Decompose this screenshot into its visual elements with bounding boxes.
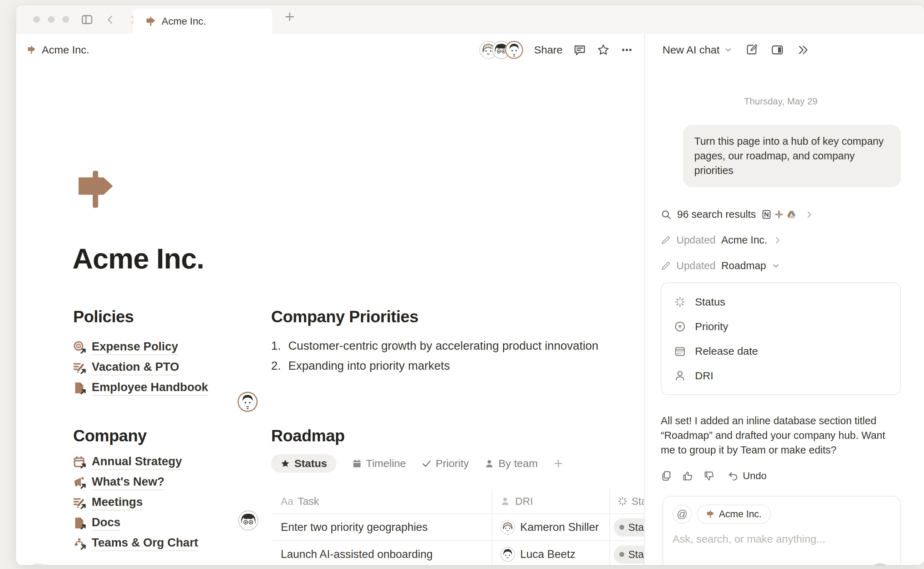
view-label: Timeline — [366, 457, 406, 470]
avatar — [500, 547, 515, 562]
link-teams-org-chart[interactable]: Teams & Org Chart — [73, 533, 273, 554]
priority-icon — [674, 321, 686, 332]
dri-cell[interactable]: Luca Beetz — [520, 548, 575, 561]
table-row[interactable]: Launch AI-assisted onboarding Luca Beetz… — [271, 541, 644, 565]
status-dot-icon — [619, 552, 624, 557]
chevron-right-icon — [773, 236, 782, 245]
link-label: Meetings — [92, 495, 143, 511]
link-annual-strategy[interactable]: Annual Strategy — [73, 452, 273, 472]
close-window-button[interactable] — [33, 16, 40, 23]
status-pill[interactable]: Started — [614, 518, 644, 537]
comments-icon[interactable] — [573, 44, 586, 56]
zoom-window-button[interactable] — [63, 16, 69, 23]
sidebar-toggle-icon[interactable] — [81, 14, 93, 25]
task-cell[interactable]: Enter two priority geographies — [281, 521, 428, 534]
copy-icon[interactable] — [661, 470, 672, 482]
list-pencil-icon — [73, 496, 87, 510]
field-priority[interactable]: Priority — [662, 314, 900, 339]
tab-by-team[interactable]: By team — [485, 457, 538, 470]
ai-chat-body: Thursday, May 29 Turn this page into a h… — [645, 96, 924, 565]
chevron-down-icon — [772, 262, 780, 270]
person-icon — [674, 370, 686, 382]
field-status[interactable]: Status — [662, 289, 900, 314]
new-tab-button[interactable] — [284, 11, 295, 22]
megaphone-icon — [73, 476, 87, 490]
presence-avatar — [238, 510, 259, 531]
mention-button[interactable]: @ — [672, 505, 692, 524]
new-chat-compose-icon[interactable] — [745, 44, 758, 56]
updated-roadmap-row[interactable]: Updated Roadmap — [661, 260, 901, 272]
priority-text: Expanding into priority markets — [288, 359, 450, 373]
status-pill[interactable]: Started — [614, 545, 644, 564]
page-signpost-icon[interactable] — [73, 167, 117, 211]
avatar — [505, 41, 523, 59]
policies-heading: Policies — [73, 307, 273, 327]
drive-icon — [787, 210, 796, 219]
tab-acme-inc[interactable]: Acme Inc. — [133, 9, 272, 34]
panel-layout-icon[interactable] — [771, 44, 784, 56]
dri-cell[interactable]: Kameron Shiller — [520, 521, 599, 534]
thumbs-down-icon[interactable] — [703, 470, 715, 482]
ai-input[interactable] — [672, 533, 869, 545]
policies-section: Policies Expense Policy Vacation & PTO — [73, 307, 273, 398]
context-page-label: Acme Inc. — [719, 509, 762, 520]
breadcrumb[interactable]: Acme Inc. — [27, 44, 89, 56]
tab-priority[interactable]: Priority — [422, 457, 469, 470]
undo-button[interactable]: Undo — [728, 470, 767, 482]
updated-page-row[interactable]: Updated Acme Inc. — [661, 234, 901, 246]
field-label: Priority — [695, 321, 728, 333]
column-status[interactable]: Status — [610, 489, 644, 513]
app-window: Acme Inc. Acme Inc. — [16, 5, 924, 565]
table-row[interactable]: Enter two priority geographies Kameron S… — [271, 514, 644, 541]
table-header-row[interactable]: Aa Task DRI Status — [271, 489, 644, 514]
minimize-window-button[interactable] — [48, 16, 55, 23]
document-icon — [73, 382, 87, 395]
check-icon — [422, 459, 432, 469]
field-release-date[interactable]: Release date — [662, 339, 900, 363]
ai-composer[interactable]: @ Acme Inc. Auto — [662, 496, 901, 565]
link-whats-new[interactable]: What's New? — [73, 472, 273, 493]
favorite-star-icon[interactable] — [597, 44, 610, 56]
org-chart-icon — [73, 537, 87, 551]
person-icon — [485, 459, 494, 469]
window-controls[interactable] — [33, 16, 69, 23]
priority-text: Customer-centric growth by accelerating … — [288, 339, 598, 353]
update-target: Roadmap — [721, 260, 766, 272]
back-icon[interactable] — [105, 14, 116, 25]
link-label: Teams & Org Chart — [92, 536, 198, 551]
document-icon — [73, 517, 87, 530]
tab-status[interactable]: Status — [271, 454, 336, 473]
page-content: Acme Inc. Policies Expense Policy — [16, 65, 644, 565]
link-vacation-pto[interactable]: Vacation & PTO — [73, 358, 273, 378]
field-dri[interactable]: DRI — [662, 363, 900, 388]
link-expense-policy[interactable]: Expense Policy — [73, 337, 273, 358]
more-options-icon[interactable] — [621, 44, 633, 56]
user-message-bubble: Turn this page into a hub of key company… — [683, 125, 901, 187]
task-cell[interactable]: Launch AI-assisted onboarding — [281, 548, 433, 561]
add-view-button[interactable] — [553, 458, 563, 469]
signpost-icon — [706, 510, 715, 518]
column-task[interactable]: Aa Task — [271, 489, 492, 513]
slack-icon — [774, 210, 784, 219]
text-type-icon: Aa — [281, 496, 293, 507]
field-label: Release date — [695, 345, 758, 357]
send-button[interactable] — [869, 563, 892, 565]
view-label: Status — [294, 457, 327, 470]
priority-item: 1. Customer-centric growth by accelerati… — [271, 336, 644, 356]
collapse-sidebar-icon[interactable] — [797, 44, 810, 56]
tab-timeline[interactable]: Timeline — [352, 457, 406, 470]
context-page-chip[interactable]: Acme Inc. — [697, 505, 771, 524]
thumbs-up-icon[interactable] — [682, 470, 694, 482]
calendar-icon — [73, 456, 87, 469]
update-action: Updated — [676, 260, 716, 272]
column-label: DRI — [515, 496, 533, 507]
roadmap-view-tabs: Status Timeline Priority — [271, 454, 644, 473]
search-results-row[interactable]: 96 search results — [661, 208, 901, 220]
share-button[interactable]: Share — [534, 44, 563, 56]
collaborator-avatars[interactable] — [479, 41, 523, 59]
roadmap-fields-card: Status Priority Release date DRI — [661, 282, 901, 395]
column-dri[interactable]: DRI — [492, 489, 610, 513]
ai-chat-selector[interactable]: New AI chat — [662, 44, 732, 56]
pencil-icon — [661, 261, 671, 271]
field-label: DRI — [695, 370, 714, 382]
